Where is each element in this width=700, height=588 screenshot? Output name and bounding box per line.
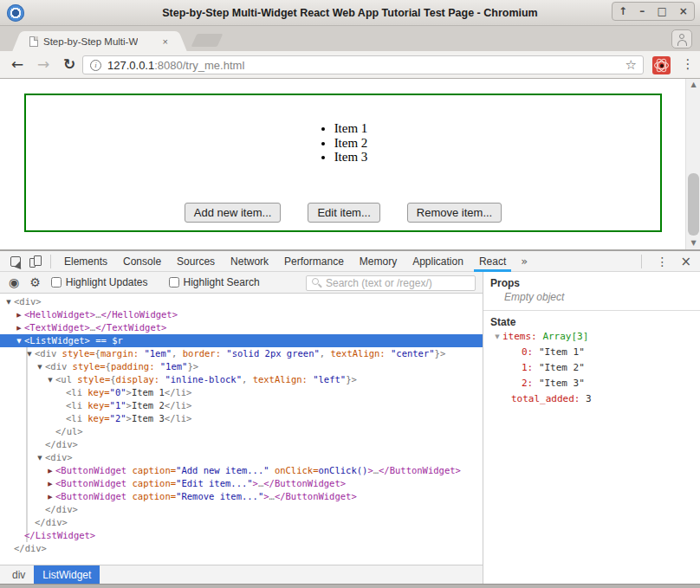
tree-row[interactable]: <li key="2">Item 3</li> [0,412,483,425]
tree-segment: caption= [133,491,177,501]
tree-segment: textAlign: [253,374,308,384]
tree-segment: }> [187,361,198,372]
tree-row[interactable]: ▶<ButtonWidget caption="Remove item...">… [0,490,483,503]
chevron-collapsed-icon[interactable]: ▶ [14,322,24,335]
maximize-button[interactable]: □ [657,6,666,16]
tree-row[interactable]: ▶<HelloWidget>…</HelloWidget> [0,308,483,321]
devtools-tab-performance[interactable]: Performance [276,251,352,272]
tree-row[interactable]: ▶<TextWidget>…</TextWidget> [0,321,483,334]
tree-row[interactable]: ▶<ButtonWidget caption="Add new item..."… [0,464,483,477]
devtools-tab-application[interactable]: Application [405,251,471,272]
inspect-element-button[interactable] [7,251,26,272]
back-button[interactable]: ← [7,51,28,79]
state-row[interactable]: 0: "Item 1" [490,345,693,360]
state-row[interactable]: ▼items: Array[3] [490,329,693,345]
device-toolbar-button[interactable] [26,251,45,272]
edit-item-button[interactable]: Edit item... [308,203,379,223]
tree-row[interactable]: <li key="1">Item 2</li> [0,399,483,412]
devtools-close-button[interactable]: × [677,254,700,269]
chevron-expanded-icon[interactable]: ▼ [14,335,24,348]
devtools-tab-sources[interactable]: Sources [169,251,223,272]
address-bar[interactable]: i 127.0.0.1 :8080/try_me.html ☆ [82,55,644,74]
tree-row[interactable]: </ul> [0,425,483,438]
url-host: 127.0.0.1 [107,59,154,72]
tree-segment: style= [62,348,95,359]
new-tab-button[interactable] [191,34,224,47]
settings-gear-button[interactable]: ⚙ [29,275,41,289]
window-controls: ↑ – □ × [612,2,695,21]
highlight-search-checkbox[interactable] [169,277,179,288]
chevron-collapsed-icon[interactable]: ▶ [14,309,24,322]
tree-row[interactable]: ▼<div style={margin: "1em", border: "sol… [0,347,483,360]
window-close-button[interactable]: × [679,6,688,16]
scroll-up-button[interactable]: ▲ [686,79,700,91]
more-tabs-button[interactable]: » [514,255,535,268]
chevron-collapsed-icon[interactable]: ▶ [45,478,55,491]
devtools-tab-elements[interactable]: Elements [56,251,115,272]
breadcrumb-item-div[interactable]: div [3,565,34,584]
devtools-tab-network[interactable]: Network [223,251,276,272]
devtools-menu-button[interactable]: ⋮ [647,255,677,268]
scroll-down-button[interactable]: ▼ [686,237,700,249]
chevron-expanded-icon[interactable]: ▼ [3,296,14,309]
reload-button[interactable]: ↻ [59,51,80,79]
tree-segment: </TextWidget> [95,322,166,333]
state-row[interactable]: total_added: 3 [490,391,693,407]
react-devtools-extension-button[interactable] [652,56,671,74]
chevron-collapsed-icon[interactable]: ▶ [45,465,55,478]
highlight-updates-checkbox[interactable] [51,277,62,288]
tree-row[interactable]: </ListWidget> [0,529,483,542]
tree-segment: Item 3 [132,413,165,423]
tree-row[interactable]: ▼<div> [0,451,483,464]
avatar-button[interactable] [671,29,692,48]
state-row[interactable]: 1: "Item 2" [490,360,693,376]
tree-row[interactable]: <li key="0">Item 1</li> [0,386,483,399]
scroll-thumb[interactable] [688,173,699,236]
tree-segment: <ButtonWidget [55,465,133,475]
react-search-input[interactable] [306,275,476,291]
url-path: :8080/try_me.html [154,59,244,72]
tree-row[interactable]: </div> [0,438,483,451]
tree-row[interactable]: ▼<div style={padding: "1em"}> [0,360,483,373]
minimize-button[interactable]: – [639,6,645,16]
tree-segment: "2" [110,413,126,423]
tree-segment: "inline-block" [165,374,242,384]
chevron-expanded-icon[interactable]: ▼ [492,329,502,345]
tree-segment: onClick= [269,465,319,475]
remove-item-button[interactable]: Remove item... [407,203,502,223]
chevron-expanded-icon[interactable]: ▼ [24,348,35,361]
avatar-icon [679,34,684,39]
state-title: State [490,315,693,329]
chevron-expanded-icon[interactable]: ▼ [35,361,45,374]
tree-segment: "Add new item..." [176,465,269,475]
tab-close-button[interactable]: × [161,36,170,47]
page-scrollbar[interactable]: ▲ ▼ [685,79,700,249]
component-tree: ▼<div>▶<HelloWidget>…</HelloWidget>▶<Tex… [0,294,483,565]
devtools-tab-react[interactable]: React [471,251,514,272]
state-row[interactable]: 2: "Item 3" [490,376,693,391]
breadcrumb-item-listwidget[interactable]: ListWidget [34,565,100,584]
state-value: "Item 3" [539,378,585,389]
tree-row[interactable]: ▼<div> [0,295,483,308]
tree-row[interactable]: </div> [0,503,483,516]
chevron-collapsed-icon[interactable]: ▶ [45,491,55,504]
tree-row[interactable]: ▼<ListWidget> == $r [0,334,483,347]
keep-above-button[interactable]: ↑ [619,6,627,16]
devtools-tab-console[interactable]: Console [115,251,169,272]
browser-menu-button[interactable]: ⋮ [681,51,695,79]
browser-tab[interactable]: Step-by-Step Multi-W × [23,31,177,51]
devtools-tab-memory[interactable]: Memory [352,251,405,272]
forward-button[interactable]: → [33,51,54,79]
target-icon-button[interactable]: ◉ [9,275,19,289]
tree-row[interactable]: </div> [0,516,483,529]
chevron-expanded-icon[interactable]: ▼ [35,452,45,465]
add-new-item-button[interactable]: Add new item... [185,203,282,223]
chevron-expanded-icon[interactable]: ▼ [45,374,55,387]
bookmark-star-button[interactable]: ☆ [625,57,637,73]
tree-row[interactable]: ▶<ButtonWidget caption="Edit item...">…<… [0,477,483,490]
tree-segment: </ButtonWidget> [263,478,346,488]
window-bottom-edge [0,584,700,588]
site-info-icon[interactable]: i [90,60,101,71]
tree-row[interactable]: </div> [0,542,483,555]
tree-row[interactable]: ▼<ul style={display: "inline-block", tex… [0,373,483,386]
